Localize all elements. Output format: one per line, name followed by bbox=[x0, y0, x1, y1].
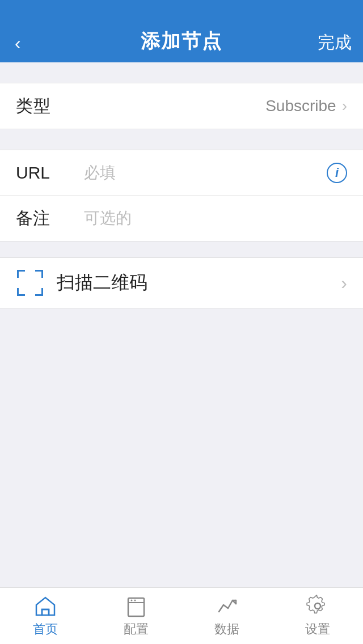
tab-config-label: 配置 bbox=[124, 621, 149, 638]
tab-config[interactable]: 配置 bbox=[91, 588, 182, 644]
svg-rect-3 bbox=[41, 270, 43, 278]
note-row[interactable]: 备注 bbox=[0, 196, 363, 241]
data-icon bbox=[216, 595, 238, 617]
type-row[interactable]: 类型 Subscribe › bbox=[0, 83, 363, 129]
svg-rect-7 bbox=[41, 288, 43, 296]
section-gap-top bbox=[0, 62, 363, 83]
note-input[interactable] bbox=[73, 209, 347, 227]
tab-settings-label: 设置 bbox=[305, 621, 330, 638]
url-label: URL bbox=[16, 163, 73, 183]
type-chevron-icon: › bbox=[342, 97, 347, 115]
type-value-container: Subscribe › bbox=[61, 97, 347, 115]
config-icon bbox=[125, 595, 147, 617]
qr-icon bbox=[16, 269, 44, 297]
svg-rect-1 bbox=[17, 270, 19, 278]
qr-chevron-icon: › bbox=[341, 273, 347, 294]
done-button[interactable]: 完成 bbox=[318, 31, 352, 54]
settings-icon bbox=[306, 595, 329, 617]
type-card-group: 类型 Subscribe › bbox=[0, 83, 363, 129]
tab-bar: 首页 配置 数据 设置 bbox=[0, 587, 363, 644]
section-gap-qr bbox=[0, 242, 363, 257]
url-row[interactable]: URL i bbox=[0, 150, 363, 196]
tab-home-label: 首页 bbox=[33, 621, 58, 638]
url-note-card-group: URL i 备注 bbox=[0, 150, 363, 242]
navbar: ‹ 添加节点 完成 bbox=[0, 0, 363, 62]
tab-home[interactable]: 首页 bbox=[0, 588, 91, 644]
type-label: 类型 bbox=[16, 95, 61, 118]
qr-label: 扫描二维码 bbox=[57, 270, 335, 295]
type-value: Subscribe bbox=[265, 97, 336, 115]
svg-rect-9 bbox=[128, 598, 144, 616]
svg-point-11 bbox=[134, 599, 136, 601]
home-icon bbox=[34, 595, 57, 617]
svg-point-14 bbox=[315, 603, 320, 609]
svg-rect-8 bbox=[42, 609, 49, 615]
empty-content-area bbox=[0, 308, 363, 501]
page-title: 添加节点 bbox=[141, 28, 222, 54]
url-input[interactable] bbox=[73, 164, 320, 182]
note-label: 备注 bbox=[16, 207, 73, 230]
back-button[interactable]: ‹ bbox=[9, 32, 27, 54]
tab-data[interactable]: 数据 bbox=[182, 588, 272, 644]
info-icon[interactable]: i bbox=[327, 163, 347, 183]
qr-scan-row[interactable]: 扫描二维码 › bbox=[0, 257, 363, 308]
section-gap-mid bbox=[0, 129, 363, 150]
tab-settings[interactable]: 设置 bbox=[272, 588, 363, 644]
svg-rect-5 bbox=[17, 288, 19, 296]
svg-point-10 bbox=[131, 599, 133, 601]
tab-data-label: 数据 bbox=[214, 621, 239, 638]
